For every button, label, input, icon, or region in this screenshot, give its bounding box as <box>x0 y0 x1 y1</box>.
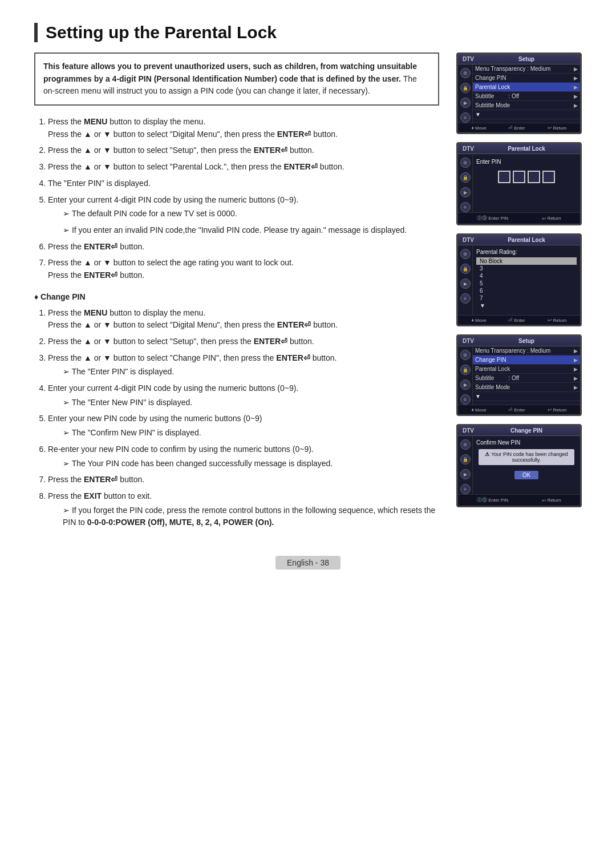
pin-box-1 <box>498 171 510 183</box>
screen4-row-1: Menu Transparency : Medium ▶ <box>473 346 580 356</box>
screen3-header: DTV Parental Lock <box>458 235 580 245</box>
left-content: This feature allows you to prevent unaut… <box>34 53 439 533</box>
screen5-icon-4: ≡ <box>460 484 471 494</box>
pin-box-4 <box>542 171 555 183</box>
pin-boxes <box>476 171 577 183</box>
screen3-content: Parental Rating: No Block 3 4 5 6 7 ▼ <box>473 245 580 315</box>
confirm-pin-label: Confirm New PIN <box>476 439 577 446</box>
screen4-icon-1: ⚙ <box>460 350 471 360</box>
screen4-header: DTV Setup <box>458 336 580 346</box>
screen4-row-6: ▼ <box>473 392 580 401</box>
screen2-header: DTV Parental Lock <box>458 144 580 154</box>
screen1: DTV Setup ⚙ 🔒 ▶ ≡ Menu Transparency : Me… <box>456 53 582 134</box>
screen5-header: DTV Change PIN <box>458 426 580 436</box>
screen4-footer-move: ♦ Move <box>471 407 486 413</box>
step-6: Press the ENTER⏎ button. <box>48 241 439 253</box>
screen3-dtv-label: DTV <box>463 237 474 243</box>
step-7: Press the ▲ or ▼ button to select the ag… <box>48 257 439 281</box>
note-s2-6-1: The Your PIN code has been changed succe… <box>63 458 439 470</box>
screen4-row-4: Subtitle : Off ▶ <box>473 374 580 383</box>
screen1-sidebar: ⚙ 🔒 ▶ ≡ <box>458 64 473 123</box>
screen5-title: Change PIN <box>477 427 576 434</box>
screen1-row-4: Subtitle : Off ▶ <box>473 92 580 101</box>
pin-box-2 <box>513 171 525 183</box>
screen3-icon-4: ≡ <box>460 293 471 304</box>
rating-5: 5 <box>476 280 577 287</box>
step-2: Press the ▲ or ▼ button to select "Setup… <box>48 144 439 157</box>
screen4-title: Setup <box>477 338 576 344</box>
ok-button[interactable]: OK <box>514 471 538 479</box>
screen2-footer-enter: ⓪⑨ Enter PIN <box>477 215 508 222</box>
screen1-title: Setup <box>477 56 576 62</box>
screen4-menu: Menu Transparency : Medium ▶ Change PIN … <box>473 346 580 405</box>
screen5-icon-2: 🔒 <box>460 454 471 465</box>
note-s2-5-1: The "Confirm New PIN" is displayed. <box>63 427 439 439</box>
screen4-body: ⚙ 🔒 ▶ ≡ Menu Transparency : Medium ▶ Cha… <box>458 346 580 405</box>
screen1-row-6: ▼ <box>473 110 580 119</box>
screen5-icon-1: ⚙ <box>460 439 471 450</box>
s2-step-2: Press the ▲ or ▼ button to select "Setup… <box>48 336 439 348</box>
screen5-icon-3: ▶ <box>460 469 471 479</box>
screen3-body: ⚙ 🔒 ▶ ≡ Parental Rating: No Block 3 4 5 … <box>458 245 580 315</box>
screen1-icon-2: 🔒 <box>460 83 471 93</box>
s2-step-5: Enter your new PIN code by using the num… <box>48 413 439 439</box>
screen3-icon-3: ▶ <box>460 278 471 289</box>
s2-step-8: Press the EXIT button to exit. If you fo… <box>48 490 439 529</box>
screen1-row-3: Parental Lock ▶ <box>473 83 580 92</box>
screen2-icon-4: ≡ <box>460 202 471 212</box>
screen4-row-3: Parental Lock ▶ <box>473 365 580 374</box>
screen5-footer-return: ↩ Return <box>542 496 561 504</box>
screen1-footer-return: ↩ Return <box>548 125 567 131</box>
s2-step-4-notes: The "Enter New PIN" is displayed. <box>57 397 439 409</box>
screen2-title: Parental Lock <box>477 146 576 152</box>
s2-step-6-notes: The Your PIN code has been changed succe… <box>57 458 439 470</box>
screen4-dtv-label: DTV <box>463 338 474 344</box>
screen5-sidebar: ⚙ 🔒 ▶ ≡ <box>458 436 473 494</box>
screen4-icon-4: ≡ <box>460 394 471 405</box>
screen3-footer-move: ♦ Move <box>471 317 486 323</box>
rating-4: 4 <box>476 272 577 280</box>
intro-box: This feature allows you to prevent unaut… <box>34 53 439 106</box>
right-screens: DTV Setup ⚙ 🔒 ▶ ≡ Menu Transparency : Me… <box>456 53 582 507</box>
note-s2-4-1: The "Enter New PIN" is displayed. <box>63 397 439 409</box>
section2-header: Change PIN <box>34 292 439 301</box>
screen1-icon-1: ⚙ <box>460 68 471 78</box>
rating-list: No Block 3 4 5 6 7 ▼ <box>476 257 577 309</box>
pin-box-3 <box>528 171 540 183</box>
section2-steps: Press the MENU button to display the men… <box>34 307 439 529</box>
screen3-footer-return: ↩ Return <box>548 317 567 323</box>
screen3: DTV Parental Lock ⚙ 🔒 ▶ ≡ Parental Ratin… <box>456 233 582 326</box>
screen5-content: Confirm New PIN ⚠Your PIN code has been … <box>473 436 580 494</box>
screen1-dtv-label: DTV <box>463 56 474 62</box>
s2-step-6: Re-enter your new PIN code to confirm by… <box>48 443 439 470</box>
screen2-icon-3: ▶ <box>460 187 471 197</box>
screen4-footer: ♦ Move ⏎Enter ↩ Return <box>458 405 580 414</box>
screen4-icon-3: ▶ <box>460 379 471 390</box>
page-title: Setting up the Parental Lock <box>46 23 582 42</box>
enter-pin-label: Enter PIN <box>476 159 577 165</box>
note-5-2: If you enter an invalid PIN code,the "In… <box>63 224 439 237</box>
screen2-dtv-label: DTV <box>463 146 474 152</box>
screen3-icon-1: ⚙ <box>460 249 471 259</box>
rating-6: 6 <box>476 287 577 294</box>
screen2-footer-return: ↩ Return <box>542 215 561 222</box>
screen1-icon-3: ▶ <box>460 98 471 108</box>
screen4-row-2: Change PIN ▶ <box>473 356 580 365</box>
screen2-icon-1: ⚙ <box>460 158 471 168</box>
step-1: Press the MENU button to display the men… <box>48 116 439 140</box>
screen4-sidebar: ⚙ 🔒 ▶ ≡ <box>458 346 473 405</box>
screen1-footer-enter: ⏎Enter <box>508 125 525 131</box>
screen4-row-5: Subtitle Mode ▶ <box>473 383 580 392</box>
screen5: DTV Change PIN ⚙ 🔒 ▶ ≡ Confirm New PIN ⚠… <box>456 424 582 507</box>
screen2-content: Enter PIN <box>473 154 580 212</box>
s2-step-7: Press the ENTER⏎ button. <box>48 474 439 486</box>
screen5-body: ⚙ 🔒 ▶ ≡ Confirm New PIN ⚠Your PIN code h… <box>458 436 580 494</box>
note-s2-3-1: The "Enter PIN" is displayed. <box>63 366 439 378</box>
footer-label: English - 38 <box>275 556 341 570</box>
screen2-sidebar: ⚙ 🔒 ▶ ≡ <box>458 154 473 212</box>
screen1-row-1: Menu Transparency : Medium ▶ <box>473 64 580 74</box>
s2-step-1: Press the MENU button to display the men… <box>48 307 439 332</box>
screen4-icon-2: 🔒 <box>460 365 471 375</box>
screen1-header: DTV Setup <box>458 54 580 64</box>
screen1-body: ⚙ 🔒 ▶ ≡ Menu Transparency : Medium ▶ Cha… <box>458 64 580 123</box>
